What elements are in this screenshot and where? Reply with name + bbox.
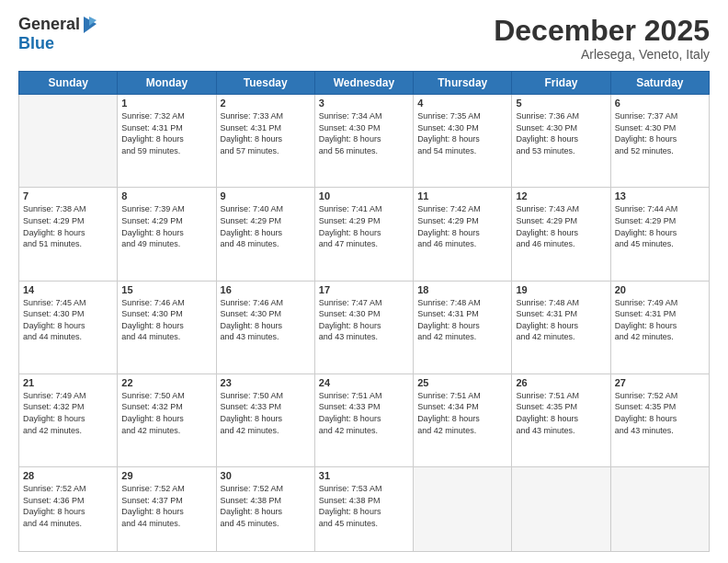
calendar-cell: 25Sunrise: 7:51 AMSunset: 4:34 PMDayligh… — [414, 373, 512, 466]
cell-info: Sunrise: 7:51 AMSunset: 4:33 PMDaylight:… — [319, 390, 409, 436]
sunset-text: Sunset: 4:35 PM — [615, 401, 705, 413]
sunset-text: Sunset: 4:29 PM — [319, 215, 409, 227]
cell-info: Sunrise: 7:52 AMSunset: 4:35 PMDaylight:… — [615, 390, 705, 436]
calendar-cell: 5Sunrise: 7:36 AMSunset: 4:30 PMDaylight… — [512, 95, 610, 188]
calendar-cell: 6Sunrise: 7:37 AMSunset: 4:30 PMDaylight… — [610, 95, 709, 188]
sunset-text: Sunset: 4:31 PM — [121, 122, 211, 134]
week-row-3: 14Sunrise: 7:45 AMSunset: 4:30 PMDayligh… — [19, 281, 710, 373]
sunrise-text: Sunrise: 7:40 AM — [221, 203, 311, 215]
daylight-text-cont: and 44 minutes. — [23, 331, 113, 343]
cell-info: Sunrise: 7:43 AMSunset: 4:29 PMDaylight:… — [516, 203, 606, 249]
sunset-text: Sunset: 4:30 PM — [23, 308, 113, 320]
daylight-text: Daylight: 8 hours — [23, 506, 113, 518]
daylight-text-cont: and 43 minutes. — [615, 425, 705, 437]
daylight-text-cont: and 49 minutes. — [121, 238, 211, 250]
cell-info: Sunrise: 7:40 AMSunset: 4:29 PMDaylight:… — [221, 203, 311, 249]
daylight-text: Daylight: 8 hours — [516, 413, 606, 425]
page: General Blue December 2025 Arlesega, Ven… — [0, 0, 728, 563]
cell-info: Sunrise: 7:38 AMSunset: 4:29 PMDaylight:… — [23, 203, 113, 249]
daylight-text-cont: and 47 minutes. — [319, 238, 409, 250]
daylight-text: Daylight: 8 hours — [221, 413, 311, 425]
day-number: 25 — [417, 377, 507, 388]
sunset-text: Sunset: 4:30 PM — [516, 122, 606, 134]
calendar-cell: 9Sunrise: 7:40 AMSunset: 4:29 PMDaylight… — [216, 188, 314, 281]
cell-info: Sunrise: 7:48 AMSunset: 4:31 PMDaylight:… — [417, 297, 507, 343]
sunset-text: Sunset: 4:29 PM — [23, 215, 113, 227]
sunset-text: Sunset: 4:33 PM — [221, 401, 311, 413]
sunset-text: Sunset: 4:34 PM — [417, 401, 507, 413]
day-number: 19 — [516, 284, 606, 295]
daylight-text: Daylight: 8 hours — [615, 227, 705, 239]
day-number: 12 — [516, 190, 606, 201]
col-header-thursday: Thursday — [414, 72, 512, 95]
logo-blue-text: Blue — [18, 34, 54, 52]
sunset-text: Sunset: 4:31 PM — [516, 308, 606, 320]
sunrise-text: Sunrise: 7:46 AM — [121, 297, 211, 309]
sunset-text: Sunset: 4:30 PM — [417, 122, 507, 134]
day-number: 8 — [121, 190, 211, 201]
calendar-cell — [19, 95, 118, 188]
calendar-cell: 2Sunrise: 7:33 AMSunset: 4:31 PMDaylight… — [216, 95, 314, 188]
daylight-text: Daylight: 8 hours — [319, 227, 409, 239]
daylight-text: Daylight: 8 hours — [417, 227, 507, 239]
sunset-text: Sunset: 4:35 PM — [516, 401, 606, 413]
sunset-text: Sunset: 4:29 PM — [417, 215, 507, 227]
calendar-cell: 3Sunrise: 7:34 AMSunset: 4:30 PMDaylight… — [314, 95, 413, 188]
sunrise-text: Sunrise: 7:36 AM — [516, 110, 606, 122]
daylight-text: Daylight: 8 hours — [516, 133, 606, 145]
daylight-text-cont: and 52 minutes. — [615, 145, 705, 157]
sunset-text: Sunset: 4:31 PM — [221, 122, 311, 134]
month-title: December 2025 — [494, 15, 710, 47]
header-row: SundayMondayTuesdayWednesdayThursdayFrid… — [19, 72, 710, 95]
day-number: 4 — [417, 98, 507, 109]
daylight-text: Daylight: 8 hours — [221, 506, 311, 518]
calendar-cell: 11Sunrise: 7:42 AMSunset: 4:29 PMDayligh… — [414, 188, 512, 281]
calendar-cell: 8Sunrise: 7:39 AMSunset: 4:29 PMDaylight… — [118, 188, 216, 281]
day-number: 7 — [23, 190, 113, 201]
daylight-text: Daylight: 8 hours — [23, 413, 113, 425]
week-row-2: 7Sunrise: 7:38 AMSunset: 4:29 PMDaylight… — [19, 188, 710, 281]
sunrise-text: Sunrise: 7:51 AM — [319, 390, 409, 402]
sunrise-text: Sunrise: 7:49 AM — [23, 390, 113, 402]
sunset-text: Sunset: 4:36 PM — [23, 495, 113, 507]
col-header-wednesday: Wednesday — [314, 72, 413, 95]
daylight-text: Daylight: 8 hours — [221, 320, 311, 332]
logo-icon — [82, 15, 98, 35]
daylight-text-cont: and 44 minutes. — [121, 518, 211, 530]
calendar-cell: 26Sunrise: 7:51 AMSunset: 4:35 PMDayligh… — [512, 373, 610, 466]
daylight-text-cont: and 45 minutes. — [319, 518, 409, 530]
sunrise-text: Sunrise: 7:51 AM — [417, 390, 507, 402]
daylight-text-cont: and 42 minutes. — [417, 425, 507, 437]
cell-info: Sunrise: 7:46 AMSunset: 4:30 PMDaylight:… — [221, 297, 311, 343]
day-number: 31 — [319, 470, 409, 481]
cell-info: Sunrise: 7:50 AMSunset: 4:33 PMDaylight:… — [221, 390, 311, 436]
day-number: 27 — [615, 377, 705, 388]
daylight-text: Daylight: 8 hours — [121, 413, 211, 425]
logo: General Blue — [18, 15, 98, 53]
calendar-cell: 20Sunrise: 7:49 AMSunset: 4:31 PMDayligh… — [610, 281, 709, 373]
sunrise-text: Sunrise: 7:35 AM — [417, 110, 507, 122]
day-number: 10 — [319, 190, 409, 201]
daylight-text: Daylight: 8 hours — [121, 227, 211, 239]
daylight-text: Daylight: 8 hours — [319, 133, 409, 145]
col-header-friday: Friday — [512, 72, 610, 95]
calendar-cell — [414, 466, 512, 551]
calendar-cell: 31Sunrise: 7:53 AMSunset: 4:38 PMDayligh… — [314, 466, 413, 551]
calendar-cell: 12Sunrise: 7:43 AMSunset: 4:29 PMDayligh… — [512, 188, 610, 281]
calendar-cell: 13Sunrise: 7:44 AMSunset: 4:29 PMDayligh… — [610, 188, 709, 281]
col-header-saturday: Saturday — [610, 72, 709, 95]
logo-general-text: General — [18, 16, 80, 34]
calendar-cell: 4Sunrise: 7:35 AMSunset: 4:30 PMDaylight… — [414, 95, 512, 188]
sunset-text: Sunset: 4:29 PM — [516, 215, 606, 227]
sunrise-text: Sunrise: 7:32 AM — [121, 110, 211, 122]
sunset-text: Sunset: 4:30 PM — [319, 308, 409, 320]
daylight-text-cont: and 42 minutes. — [417, 331, 507, 343]
calendar-cell: 21Sunrise: 7:49 AMSunset: 4:32 PMDayligh… — [19, 373, 118, 466]
daylight-text-cont: and 42 minutes. — [319, 425, 409, 437]
day-number: 14 — [23, 284, 113, 295]
col-header-tuesday: Tuesday — [216, 72, 314, 95]
calendar-cell: 18Sunrise: 7:48 AMSunset: 4:31 PMDayligh… — [414, 281, 512, 373]
daylight-text-cont: and 42 minutes. — [221, 425, 311, 437]
daylight-text-cont: and 48 minutes. — [221, 238, 311, 250]
daylight-text-cont: and 44 minutes. — [23, 518, 113, 530]
